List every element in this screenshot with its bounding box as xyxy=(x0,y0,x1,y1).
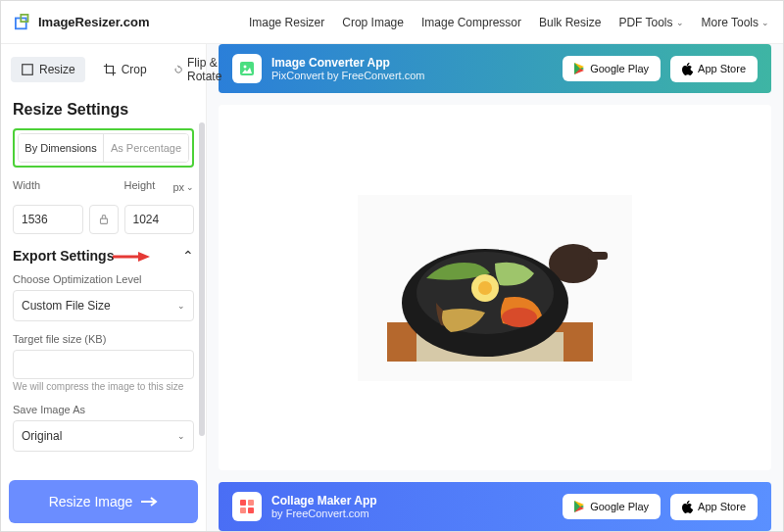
google-play-button[interactable]: Google Play xyxy=(563,56,661,81)
height-input[interactable] xyxy=(124,205,195,234)
brand-name: ImageResizer.com xyxy=(38,15,149,29)
logo[interactable]: ImageResizer.com xyxy=(15,14,149,31)
svg-marker-26 xyxy=(574,501,584,512)
chevron-down-icon: ⌄ xyxy=(761,18,769,27)
target-size-label: Target file size (KB) xyxy=(13,333,194,345)
google-play-icon xyxy=(574,501,585,512)
export-settings-heading: Export Settings xyxy=(13,248,114,264)
mode-by-dimensions[interactable]: By Dimensions xyxy=(19,134,103,162)
apple-icon xyxy=(682,63,693,75)
height-label: Height xyxy=(124,179,156,191)
app-store-button[interactable]: App Store xyxy=(670,494,758,520)
svg-rect-3 xyxy=(100,218,107,223)
nav-image-resizer[interactable]: Image Resizer xyxy=(249,16,324,29)
promo-banner-top: Image Converter App PixConvert by FreeCo… xyxy=(219,44,771,93)
annotation-arrow-icon xyxy=(111,250,150,264)
promo-banner-bottom: Collage Maker App by FreeConvert.com Goo… xyxy=(219,482,771,531)
promo-bottom-sub: by FreeConvert.com xyxy=(271,508,553,519)
top-nav: Image Resizer Crop Image Image Compresso… xyxy=(249,16,769,29)
target-size-helper: We will compress the image to this size xyxy=(13,381,194,392)
svg-point-21 xyxy=(502,308,537,327)
width-input[interactable] xyxy=(13,205,83,234)
nav-more-tools[interactable]: More Tools⌄ xyxy=(702,16,769,29)
svg-rect-24 xyxy=(240,508,246,513)
sidebar: Resize Crop Flip & Rotate Resize Setting… xyxy=(1,44,207,531)
chevron-up-icon: ⌃ xyxy=(182,248,194,264)
promo-top-sub: PixConvert by FreeConvert.com xyxy=(271,70,553,81)
scrollbar[interactable] xyxy=(199,44,205,472)
app-store-button[interactable]: App Store xyxy=(670,56,758,82)
svg-rect-22 xyxy=(240,500,246,506)
rotate-icon xyxy=(174,63,182,76)
chevron-down-icon: ⌄ xyxy=(186,182,194,192)
content: Resize Crop Flip & Rotate Resize Setting… xyxy=(1,44,783,531)
svg-rect-23 xyxy=(248,500,254,506)
promo-bottom-title: Collage Maker App xyxy=(271,494,553,508)
lock-icon xyxy=(97,213,111,226)
arrow-right-icon xyxy=(140,496,158,508)
svg-point-8 xyxy=(244,66,247,69)
google-play-button[interactable]: Google Play xyxy=(563,494,661,519)
svg-marker-9 xyxy=(574,63,584,74)
apple-icon xyxy=(682,501,693,513)
tab-resize[interactable]: Resize xyxy=(11,57,85,82)
svg-point-20 xyxy=(478,281,492,295)
promo-app-icon xyxy=(232,492,262,521)
svg-rect-25 xyxy=(248,508,254,513)
chevron-down-icon: ⌄ xyxy=(177,301,185,311)
resize-settings-heading: Resize Settings xyxy=(13,101,194,119)
promo-top-title: Image Converter App xyxy=(271,56,553,70)
resize-image-button[interactable]: Resize Image xyxy=(9,480,198,523)
image-canvas xyxy=(219,105,771,470)
mode-as-percentage[interactable]: As Percentage xyxy=(103,134,188,162)
lock-aspect-button[interactable] xyxy=(89,205,119,234)
crop-icon xyxy=(103,63,117,76)
svg-marker-5 xyxy=(138,252,150,262)
tool-tabs: Resize Crop Flip & Rotate xyxy=(1,44,206,95)
save-as-select[interactable]: Original ⌄ xyxy=(13,420,194,452)
app-shell: ImageResizer.com Image Resizer Crop Imag… xyxy=(0,0,784,532)
resize-mode-segment: By Dimensions As Percentage xyxy=(18,133,189,163)
logo-icon xyxy=(15,14,32,31)
nav-crop-image[interactable]: Crop Image xyxy=(342,16,404,29)
main-area: Image Converter App PixConvert by FreeCo… xyxy=(207,44,783,531)
topbar: ImageResizer.com Image Resizer Crop Imag… xyxy=(1,1,783,44)
tab-crop[interactable]: Crop xyxy=(93,57,157,82)
nav-image-compressor[interactable]: Image Compressor xyxy=(421,16,521,29)
export-settings-toggle[interactable]: Export Settings ⌃ xyxy=(13,248,194,264)
optimization-label: Choose Optimization Level xyxy=(13,273,194,285)
chevron-down-icon: ⌄ xyxy=(676,18,684,27)
width-label: Width xyxy=(13,179,83,191)
svg-rect-2 xyxy=(23,65,33,75)
nav-pdf-tools[interactable]: PDF Tools⌄ xyxy=(618,16,683,29)
svg-rect-16 xyxy=(588,252,608,260)
chevron-down-icon: ⌄ xyxy=(177,431,185,441)
sidebar-panel: Resize Settings By Dimensions As Percent… xyxy=(1,95,206,480)
save-as-label: Save Image As xyxy=(13,404,194,415)
crop-frame-icon xyxy=(21,63,34,76)
target-size-input[interactable] xyxy=(13,350,194,379)
resize-mode-highlight: By Dimensions As Percentage xyxy=(13,128,194,168)
unit-select[interactable]: px ⌄ xyxy=(172,181,194,193)
nav-bulk-resize[interactable]: Bulk Resize xyxy=(539,16,601,29)
image-preview[interactable] xyxy=(358,195,632,381)
optimization-select[interactable]: Custom File Size ⌄ xyxy=(13,290,194,321)
google-play-icon xyxy=(574,63,585,74)
